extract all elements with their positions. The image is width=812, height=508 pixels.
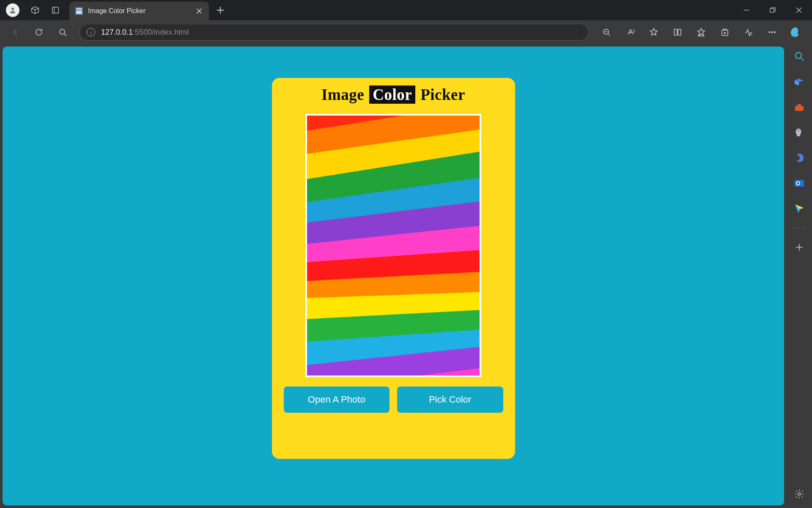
svg-rect-11 bbox=[770, 8, 774, 12]
svg-line-18 bbox=[608, 34, 610, 36]
sidebar-search-icon[interactable] bbox=[793, 50, 806, 63]
sidebar-drop-icon[interactable] bbox=[793, 202, 806, 215]
window-maximize-button[interactable] bbox=[760, 0, 786, 20]
tab-actions-icon[interactable] bbox=[51, 6, 60, 15]
collections-icon[interactable] bbox=[713, 23, 737, 41]
svg-point-14 bbox=[60, 29, 65, 34]
app-heading: Image Color Picker bbox=[321, 86, 465, 104]
new-tab-button[interactable] bbox=[216, 6, 225, 15]
svg-rect-4 bbox=[76, 8, 82, 9]
sidebar-tools-icon[interactable] bbox=[793, 101, 806, 113]
svg-point-28 bbox=[769, 31, 770, 33]
profile-avatar[interactable] bbox=[6, 3, 19, 17]
zoom-out-icon[interactable] bbox=[595, 23, 618, 41]
svg-rect-33 bbox=[795, 106, 804, 111]
tab-title: Image Color Picker bbox=[88, 7, 190, 15]
search-button[interactable] bbox=[52, 23, 74, 41]
favorite-star-icon[interactable] bbox=[642, 23, 666, 41]
window-close-button[interactable] bbox=[786, 0, 812, 20]
address-bar[interactable]: i 127.0.0.1:5500/index.html bbox=[80, 24, 589, 41]
favicon-icon bbox=[75, 7, 83, 15]
workspaces-icon[interactable] bbox=[30, 6, 40, 15]
close-tab-button[interactable] bbox=[195, 7, 203, 15]
back-button[interactable] bbox=[4, 23, 26, 41]
copilot-icon[interactable] bbox=[784, 23, 808, 41]
window-minimize-button[interactable] bbox=[733, 0, 760, 20]
svg-rect-1 bbox=[52, 7, 59, 14]
sidebar-outlook-icon[interactable] bbox=[793, 177, 806, 190]
svg-point-35 bbox=[798, 130, 799, 131]
color-picker-card: Image Color Picker Open A Photo Pick Col… bbox=[272, 78, 515, 459]
performance-icon[interactable] bbox=[737, 23, 760, 41]
more-menu-icon[interactable] bbox=[760, 23, 784, 41]
svg-rect-5 bbox=[76, 11, 82, 14]
svg-point-27 bbox=[751, 34, 752, 36]
site-info-icon[interactable]: i bbox=[87, 28, 95, 36]
split-screen-icon[interactable] bbox=[666, 23, 689, 41]
open-photo-button[interactable]: Open A Photo bbox=[284, 387, 390, 413]
svg-point-30 bbox=[774, 31, 775, 33]
svg-rect-21 bbox=[678, 29, 681, 35]
sidebar-office-icon[interactable] bbox=[793, 152, 806, 164]
pick-color-button[interactable]: Pick Color bbox=[397, 387, 503, 413]
favorites-list-icon[interactable] bbox=[689, 23, 713, 41]
sidebar-games-icon[interactable] bbox=[793, 126, 806, 139]
svg-point-31 bbox=[796, 52, 801, 58]
svg-line-32 bbox=[801, 58, 804, 61]
page-viewport: Image Color Picker Open A Photo Pick Col… bbox=[3, 47, 784, 505]
read-aloud-icon[interactable] bbox=[618, 23, 642, 41]
sidebar-divider bbox=[792, 228, 807, 228]
svg-point-0 bbox=[11, 8, 14, 10]
edge-sidebar bbox=[787, 44, 812, 508]
url-text: 127.0.0.1:5500/index.html bbox=[101, 28, 582, 37]
svg-point-40 bbox=[798, 493, 801, 495]
svg-point-29 bbox=[771, 31, 773, 33]
svg-rect-34 bbox=[798, 104, 801, 106]
browser-toolbar: i 127.0.0.1:5500/index.html bbox=[0, 20, 812, 44]
sidebar-settings-icon[interactable] bbox=[793, 488, 806, 500]
window-titlebar: Image Color Picker bbox=[0, 0, 812, 20]
sidebar-shopping-icon[interactable] bbox=[793, 75, 806, 88]
browser-tab[interactable]: Image Color Picker bbox=[69, 2, 209, 20]
photo-frame bbox=[305, 114, 481, 377]
rainbow-photo[interactable] bbox=[307, 116, 480, 375]
svg-line-15 bbox=[64, 34, 66, 36]
sidebar-add-icon[interactable] bbox=[793, 241, 806, 254]
svg-rect-20 bbox=[674, 29, 677, 35]
refresh-button[interactable] bbox=[28, 23, 50, 41]
